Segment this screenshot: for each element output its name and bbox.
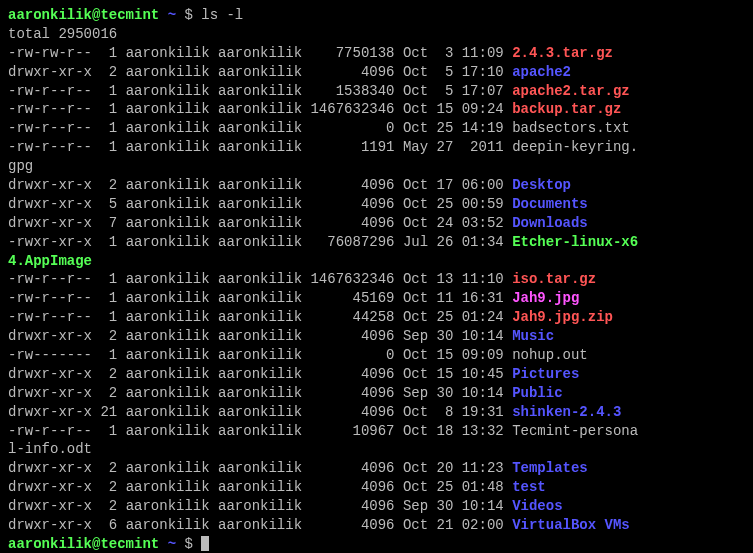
permissions: drwxr-xr-x: [8, 479, 92, 495]
date: Oct 18 13:32: [403, 423, 504, 439]
size: 4096: [310, 64, 394, 80]
filename-wrap: l-info.odt: [8, 441, 92, 457]
filename: Music: [512, 328, 554, 344]
owner: aaronkilik: [126, 64, 210, 80]
size: 0: [310, 347, 394, 363]
permissions: -rwxr-xr-x: [8, 234, 92, 250]
permissions: drwxr-xr-x: [8, 215, 92, 231]
size: 4096: [310, 404, 394, 420]
ls-row: -rw------- 1 aaronkilik aaronkilik 0 Oct…: [8, 346, 745, 365]
prompt-user: aaronkilik@tecmint: [8, 7, 159, 23]
permissions: -rw-r--r--: [8, 120, 92, 136]
owner: aaronkilik: [126, 309, 210, 325]
date: Oct 25 00:59: [403, 196, 504, 212]
ls-row: -rw-r--r-- 1 aaronkilik aaronkilik 45169…: [8, 289, 745, 308]
ls-row: -rw-r--r-- 1 aaronkilik aaronkilik 1191 …: [8, 138, 745, 157]
total-line: total 2950016: [8, 25, 745, 44]
ls-row: drwxr-xr-x 5 aaronkilik aaronkilik 4096 …: [8, 195, 745, 214]
permissions: drwxr-xr-x: [8, 404, 92, 420]
ls-row: -rw-r--r-- 1 aaronkilik aaronkilik 14676…: [8, 100, 745, 119]
filename-wrap: gpg: [8, 158, 33, 174]
ls-row: drwxr-xr-x 2 aaronkilik aaronkilik 4096 …: [8, 327, 745, 346]
ls-row-wrap: gpg: [8, 157, 745, 176]
size: 4096: [310, 196, 394, 212]
group: aaronkilik: [218, 271, 302, 287]
group: aaronkilik: [218, 479, 302, 495]
owner: aaronkilik: [126, 45, 210, 61]
size: 7750138: [310, 45, 394, 61]
filename: shinken-2.4.3: [512, 404, 621, 420]
permissions: drwxr-xr-x: [8, 366, 92, 382]
filename: Pictures: [512, 366, 579, 382]
size: 4096: [310, 517, 394, 533]
ls-row: drwxr-xr-x 21 aaronkilik aaronkilik 4096…: [8, 403, 745, 422]
owner: aaronkilik: [126, 423, 210, 439]
size: 45169: [310, 290, 394, 306]
owner: aaronkilik: [126, 517, 210, 533]
date: Oct 11 16:31: [403, 290, 504, 306]
permissions: drwxr-xr-x: [8, 196, 92, 212]
ls-row: drwxr-xr-x 2 aaronkilik aaronkilik 4096 …: [8, 63, 745, 82]
size: 4096: [310, 498, 394, 514]
permissions: drwxr-xr-x: [8, 498, 92, 514]
owner: aaronkilik: [126, 479, 210, 495]
group: aaronkilik: [218, 328, 302, 344]
size: 4096: [310, 460, 394, 476]
ls-row: drwxr-xr-x 2 aaronkilik aaronkilik 4096 …: [8, 459, 745, 478]
permissions: drwxr-xr-x: [8, 64, 92, 80]
ls-row: -rw-r--r-- 1 aaronkilik aaronkilik 14676…: [8, 270, 745, 289]
filename: Public: [512, 385, 562, 401]
date: Oct 5 17:10: [403, 64, 504, 80]
date: Oct 15 09:24: [403, 101, 504, 117]
group: aaronkilik: [218, 234, 302, 250]
group: aaronkilik: [218, 517, 302, 533]
date: Oct 15 09:09: [403, 347, 504, 363]
filename: Tecmint-persona: [512, 423, 638, 439]
filename: 2.4.3.tar.gz: [512, 45, 613, 61]
date: Oct 25 01:24: [403, 309, 504, 325]
filename: Documents: [512, 196, 588, 212]
cursor: [201, 536, 209, 551]
ls-row: drwxr-xr-x 7 aaronkilik aaronkilik 4096 …: [8, 214, 745, 233]
size: 4096: [310, 479, 394, 495]
filename: VirtualBox VMs: [512, 517, 630, 533]
date: Sep 30 10:14: [403, 328, 504, 344]
ls-row: drwxr-xr-x 2 aaronkilik aaronkilik 4096 …: [8, 384, 745, 403]
size: 4096: [310, 328, 394, 344]
filename: Desktop: [512, 177, 571, 193]
date: Oct 15 10:45: [403, 366, 504, 382]
ls-row: -rwxr-xr-x 1 aaronkilik aaronkilik 76087…: [8, 233, 745, 252]
permissions: -rw-r--r--: [8, 139, 92, 155]
filename: Jah9.jpg.zip: [512, 309, 613, 325]
group: aaronkilik: [218, 64, 302, 80]
prompt-line[interactable]: aaronkilik@tecmint ~ $: [8, 535, 745, 553]
date: Oct 8 19:31: [403, 404, 504, 420]
group: aaronkilik: [218, 196, 302, 212]
date: Oct 25 14:19: [403, 120, 504, 136]
prompt-symbol: $: [176, 536, 201, 552]
permissions: -rw-r--r--: [8, 101, 92, 117]
date: Oct 3 11:09: [403, 45, 504, 61]
ls-row-wrap: 4.AppImage: [8, 252, 745, 271]
filename: badsectors.txt: [512, 120, 630, 136]
ls-row: -rw-r--r-- 1 aaronkilik aaronkilik 0 Oct…: [8, 119, 745, 138]
filename: deepin-keyring.: [512, 139, 638, 155]
date: Oct 20 11:23: [403, 460, 504, 476]
group: aaronkilik: [218, 177, 302, 193]
date: May 27 2011: [403, 139, 504, 155]
command-line: aaronkilik@tecmint ~ $ ls -l: [8, 6, 745, 25]
owner: aaronkilik: [126, 120, 210, 136]
group: aaronkilik: [218, 347, 302, 363]
size: 1467632346: [310, 101, 394, 117]
filename: Templates: [512, 460, 588, 476]
group: aaronkilik: [218, 498, 302, 514]
owner: aaronkilik: [126, 234, 210, 250]
date: Oct 24 03:52: [403, 215, 504, 231]
owner: aaronkilik: [126, 460, 210, 476]
owner: aaronkilik: [126, 177, 210, 193]
filename: Jah9.jpg: [512, 290, 579, 306]
owner: aaronkilik: [126, 101, 210, 117]
permissions: drwxr-xr-x: [8, 385, 92, 401]
permissions: -rw-r--r--: [8, 83, 92, 99]
ls-row: drwxr-xr-x 6 aaronkilik aaronkilik 4096 …: [8, 516, 745, 535]
